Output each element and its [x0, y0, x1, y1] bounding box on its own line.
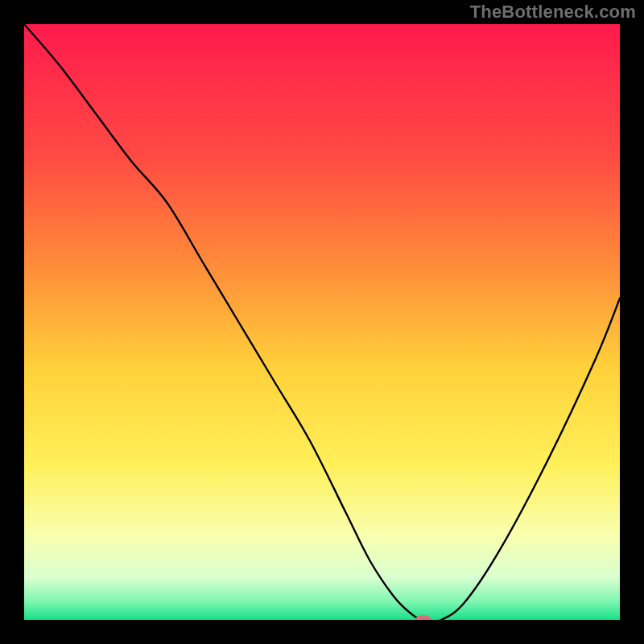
bottleneck-plot — [24, 24, 620, 620]
plot-area — [24, 24, 620, 620]
chart-frame: TheBottleneck.com — [0, 0, 644, 644]
gradient-background — [24, 24, 620, 620]
watermark-label: TheBottleneck.com — [470, 2, 636, 23]
